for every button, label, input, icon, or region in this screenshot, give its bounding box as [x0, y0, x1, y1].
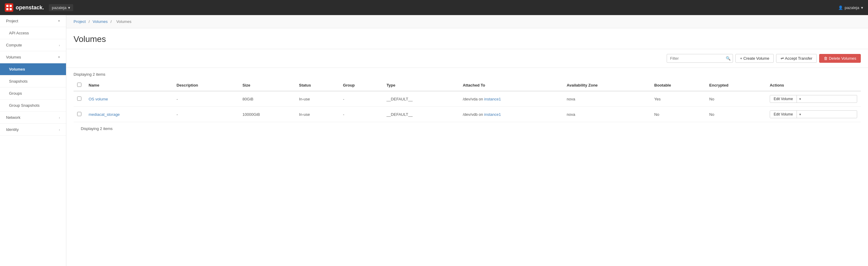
row-description-1: -	[173, 107, 239, 122]
user-icon: 👤	[838, 5, 843, 10]
user-menu[interactable]: 👤 pazaleja ▾	[838, 5, 863, 10]
row-encrypted-0: No	[706, 91, 766, 107]
sidebar-item-label: API Access	[9, 31, 29, 35]
project-dropdown-icon: ▾	[68, 5, 70, 10]
col-description: Description	[173, 80, 239, 91]
brand-logo[interactable]: openstack.	[5, 3, 44, 12]
search-icon: 🔍	[726, 56, 731, 61]
displaying-count-bottom: Displaying 2 items	[73, 122, 861, 135]
instance-link-1[interactable]: instance1	[484, 112, 501, 117]
project-selector[interactable]: pazaleja ▾	[49, 4, 73, 11]
row-actions-0: Edit Volume ▾	[766, 91, 861, 107]
sidebar: Project ▾ API Access Compute › Volumes ▾…	[0, 15, 66, 266]
row-type-0: __DEFAULT__	[383, 91, 459, 107]
chevron-right-icon: ›	[59, 116, 60, 119]
row-checkbox-0[interactable]	[77, 96, 82, 101]
row-az-1: nova	[563, 107, 651, 122]
svg-rect-0	[5, 3, 13, 12]
col-group: Group	[339, 80, 383, 91]
chevron-down-icon: ▾	[58, 55, 60, 59]
row-encrypted-1: No	[706, 107, 766, 122]
accept-transfer-button[interactable]: ⇌ Accept Transfer	[776, 54, 817, 63]
row-status-1: In-use	[296, 107, 339, 122]
main-content: Project / Volumes / Volumes Volumes 🔍 + …	[66, 15, 868, 266]
action-dropdown-button-1[interactable]: ▾	[797, 111, 804, 118]
breadcrumb-project[interactable]: Project	[73, 19, 86, 24]
sidebar-item-label: Project	[6, 19, 18, 23]
sidebar-item-volumes-sub[interactable]: Volumes	[0, 63, 66, 76]
table-row: OS volume - 80GiB In-use - __DEFAULT__ /…	[73, 91, 861, 107]
sidebar-item-project[interactable]: Project ▾	[0, 15, 66, 27]
toolbar: 🔍 + Create Volume ⇌ Accept Transfer 🗑 De…	[66, 49, 868, 68]
sidebar-item-api-access[interactable]: API Access	[0, 27, 66, 39]
chevron-down-icon: ▾	[58, 19, 60, 23]
breadcrumb-volumes[interactable]: Volumes	[93, 19, 107, 24]
user-name: pazaleja	[845, 5, 859, 10]
row-name-0: OS volume	[85, 91, 173, 107]
svg-rect-3	[6, 8, 8, 10]
row-size-0: 80GiB	[239, 91, 296, 107]
row-status-0: In-use	[296, 91, 339, 107]
sidebar-item-label: Group Snapshots	[9, 103, 39, 108]
svg-rect-2	[10, 5, 12, 7]
row-az-0: nova	[563, 91, 651, 107]
project-name: pazaleja	[52, 5, 66, 10]
row-type-1: __DEFAULT__	[383, 107, 459, 122]
col-type: Type	[383, 80, 459, 91]
table-header: Name Description Size Status Group Type …	[73, 80, 861, 91]
col-encrypted: Encrypted	[706, 80, 766, 91]
chevron-right-icon: ›	[59, 128, 60, 131]
edit-volume-button-1[interactable]: Edit Volume	[770, 111, 797, 118]
volume-name-link-0[interactable]: OS volume	[89, 97, 108, 101]
sidebar-item-snapshots[interactable]: Snapshots	[0, 76, 66, 87]
sidebar-item-identity[interactable]: Identity ›	[0, 124, 66, 136]
row-attached-to-0: /dev/vda on instance1	[459, 91, 563, 107]
sidebar-item-label: Identity	[6, 127, 19, 132]
col-bootable: Bootable	[651, 80, 706, 91]
navbar-left: openstack. pazaleja ▾	[5, 3, 73, 12]
filter-input[interactable]	[667, 54, 733, 63]
sidebar-item-volumes[interactable]: Volumes ▾	[0, 51, 66, 63]
edit-volume-button-0[interactable]: Edit Volume	[770, 95, 797, 102]
sidebar-item-label: Volumes	[6, 55, 21, 59]
page-header: Volumes	[66, 28, 868, 49]
openstack-icon	[5, 3, 13, 12]
col-status: Status	[296, 80, 339, 91]
row-name-1: mediacat_storage	[85, 107, 173, 122]
delete-volumes-button[interactable]: 🗑 Delete Volumes	[819, 54, 861, 63]
page-title: Volumes	[73, 34, 861, 44]
sidebar-item-label: Groups	[9, 91, 22, 96]
sidebar-item-network[interactable]: Network ›	[0, 112, 66, 124]
row-checkbox-cell	[73, 91, 85, 107]
row-attached-to-1: /dev/vdb on instance1	[459, 107, 563, 122]
row-size-1: 10000GiB	[239, 107, 296, 122]
volumes-table: Name Description Size Status Group Type …	[73, 80, 861, 122]
row-group-0: -	[339, 91, 383, 107]
sidebar-item-label: Snapshots	[9, 79, 27, 84]
row-checkbox-1[interactable]	[77, 112, 82, 116]
select-all-checkbox[interactable]	[77, 83, 82, 87]
action-group-1: Edit Volume ▾	[770, 110, 857, 118]
create-volume-button[interactable]: + Create Volume	[735, 54, 774, 63]
instance-link-0[interactable]: instance1	[484, 97, 501, 101]
table-section: Displaying 2 items Name Description Size…	[66, 68, 868, 135]
volume-name-link-1[interactable]: mediacat_storage	[89, 112, 120, 117]
select-all-header[interactable]	[73, 80, 85, 91]
chevron-right-icon: ›	[59, 43, 60, 47]
table-row: mediacat_storage - 10000GiB In-use - __D…	[73, 107, 861, 122]
sidebar-item-groups[interactable]: Groups	[0, 87, 66, 99]
action-group-0: Edit Volume ▾	[770, 95, 857, 103]
sidebar-item-compute[interactable]: Compute ›	[0, 39, 66, 51]
col-actions: Actions	[766, 80, 861, 91]
row-bootable-0: Yes	[651, 91, 706, 107]
breadcrumb-current: Volumes	[116, 19, 131, 24]
col-size: Size	[239, 80, 296, 91]
layout: Project ▾ API Access Compute › Volumes ▾…	[0, 15, 868, 266]
breadcrumb-separator: /	[89, 19, 91, 24]
user-dropdown-icon: ▾	[861, 5, 863, 10]
sidebar-item-label: Compute	[6, 43, 22, 47]
col-name: Name	[85, 80, 173, 91]
action-dropdown-button-0[interactable]: ▾	[797, 95, 804, 102]
col-availability-zone: Availability Zone	[563, 80, 651, 91]
sidebar-item-group-snapshots[interactable]: Group Snapshots	[0, 99, 66, 112]
